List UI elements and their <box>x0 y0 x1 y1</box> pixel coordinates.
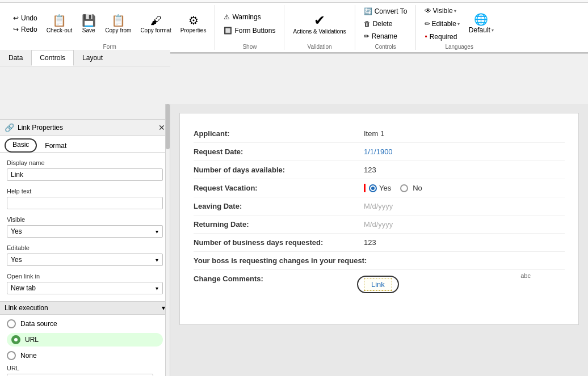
help-text-label: Help text <box>7 188 163 195</box>
link-icon: 🔗 <box>5 123 14 132</box>
left-panel: 🔗 Link Properties ✕ Basic Format Display… <box>0 104 170 376</box>
radio-data-source[interactable]: Data source <box>7 319 163 328</box>
warnings-button[interactable]: ⚠ Warnings <box>220 11 279 23</box>
visible-dropdown-arrow: ▾ <box>454 9 456 14</box>
radio-url[interactable]: URL <box>7 333 163 347</box>
link-tab-format[interactable]: Format <box>37 138 74 152</box>
show-group-label: Show <box>242 44 257 50</box>
visible-button[interactable]: 👁 Visible ▾ <box>421 5 463 16</box>
returning-date-value: M/d/yyyy <box>364 220 565 229</box>
applicant-label: Applicant: <box>194 129 364 138</box>
copyformat-icon: 🖌 <box>150 15 162 26</box>
validation-group-label: Validation <box>307 44 331 50</box>
editable-select[interactable]: Yes No <box>7 254 163 266</box>
link-tab-basic[interactable]: Basic <box>5 138 37 153</box>
default-label: Default ▾ <box>469 26 494 34</box>
visible-group: Visible Yes No <box>7 216 163 238</box>
editable-icon: ✏ <box>425 20 430 28</box>
returning-date-label: Returning Date: <box>194 220 364 229</box>
tab-controls[interactable]: Controls <box>31 50 74 66</box>
right-panel: Applicant: Item 1 Request Date: 1/1/1900… <box>170 104 588 376</box>
yes-label: Yes <box>379 184 391 192</box>
ribbon-group-form: ↩ Undo ↪ Redo 📋 Check-out 💾 Save <box>5 5 215 50</box>
ribbon-group-controls: 🔄 Convert To 🗑 Delete ✏ Rename Controls <box>355 5 417 50</box>
radio-circle-data-source <box>7 319 16 328</box>
actionsvalidations-icon: ✔ <box>314 14 325 27</box>
formbuttons-button[interactable]: 🔲 Form Buttons <box>220 25 279 36</box>
ribbon: ↩ Undo ↪ Redo 📋 Check-out 💾 Save <box>0 0 588 54</box>
editable-field-label: Editable <box>7 244 163 251</box>
redo-label: Redo <box>21 26 37 33</box>
save-label: Save <box>82 27 95 33</box>
no-radio[interactable]: No <box>400 184 422 192</box>
close-button[interactable]: ✕ <box>158 123 165 132</box>
open-link-select[interactable]: New tab Same window <box>7 282 163 294</box>
visible-select[interactable]: Yes No <box>7 225 163 238</box>
request-vacation-value: Yes No <box>364 184 565 192</box>
request-date-value: 1/1/1900 <box>364 147 565 156</box>
copyformat-button[interactable]: 🖌 Copy format <box>136 13 175 35</box>
checkout-button[interactable]: 📋 Check-out <box>43 13 77 35</box>
form-row-returning-date: Returning Date: M/d/yyyy <box>194 216 565 234</box>
scrollbar-thumb <box>166 104 170 149</box>
formbuttons-label: Form Buttons <box>234 27 275 35</box>
properties-button[interactable]: ⚙ Properties <box>177 13 211 35</box>
link-value[interactable]: Link <box>364 278 392 291</box>
left-panel-scrollbar[interactable] <box>165 104 170 376</box>
ribbon-content: ↩ Undo ↪ Redo 📋 Check-out 💾 Save <box>0 3 588 53</box>
display-name-input[interactable] <box>7 168 163 181</box>
business-days-label: Number of business days requested: <box>194 238 364 247</box>
actionsvalidations-button[interactable]: ✔ Actions & Validations <box>289 12 350 36</box>
editable-button[interactable]: ✏ Editable ▾ <box>421 18 463 29</box>
checkout-label: Check-out <box>47 27 73 33</box>
required-button[interactable]: • Required <box>421 31 463 43</box>
validation-group-items: ✔ Actions & Validations <box>289 5 350 43</box>
form-group-label: Form <box>103 44 116 50</box>
applicant-value: Item 1 <box>364 129 565 138</box>
link-props-title-text: Link Properties <box>18 124 63 132</box>
copyformat-label: Copy format <box>140 27 171 33</box>
open-link-group: Open link in New tab Same window <box>7 273 163 294</box>
url-row: ↩ <box>7 374 163 376</box>
delete-button[interactable]: 🗑 Delete <box>360 18 411 29</box>
radio-circle-url <box>11 335 20 344</box>
rename-button[interactable]: ✏ Rename <box>360 31 411 42</box>
copyfrom-button[interactable]: 📋 Copy from <box>101 13 135 35</box>
help-text-input[interactable] <box>7 197 163 209</box>
delete-icon: 🗑 <box>364 20 371 28</box>
required-label: Required <box>430 33 457 41</box>
radio-inline: Yes No <box>369 184 422 192</box>
link-execution-section[interactable]: Link execution ▾ <box>0 301 170 315</box>
form-row-request-date: Request Date: 1/1/1900 <box>194 143 565 161</box>
controls-group-items: 🔄 Convert To 🗑 Delete ✏ Rename <box>360 5 411 43</box>
languages-group-items: 👁 Visible ▾ ✏ Editable ▾ • Required <box>421 5 497 43</box>
redo-button[interactable]: ↪ Redo <box>9 24 41 35</box>
delete-label: Delete <box>373 20 393 28</box>
link-wrapper: Link <box>364 280 392 289</box>
convertto-button[interactable]: 🔄 Convert To <box>360 6 411 17</box>
default-button[interactable]: 🌐 Default ▾ <box>465 12 498 36</box>
form-card: Applicant: Item 1 Request Date: 1/1/1900… <box>179 113 579 325</box>
tab-data[interactable]: Data <box>0 50 31 66</box>
visible-field-label: Visible <box>7 216 163 223</box>
url-section: URL ↩ <box>7 365 163 376</box>
tab-layout[interactable]: Layout <box>74 50 111 66</box>
yes-radio[interactable]: Yes <box>369 184 391 192</box>
form-group-items: ↩ Undo ↪ Redo 📋 Check-out 💾 Save <box>9 5 210 43</box>
link-cell-container: abc Link <box>364 274 565 309</box>
save-button[interactable]: 💾 Save <box>77 13 100 35</box>
actionsvalidations-label: Actions & Validations <box>293 28 346 35</box>
show-group-items: ⚠ Warnings 🔲 Form Buttons <box>220 5 279 43</box>
no-label: No <box>413 184 422 192</box>
url-input[interactable] <box>7 374 153 376</box>
undo-icon: ↩ <box>13 14 19 22</box>
radio-none[interactable]: None <box>7 351 163 360</box>
panel-tabs-row: Data Controls Layout <box>0 50 170 66</box>
copyfrom-label: Copy from <box>105 27 131 33</box>
properties-label: Properties <box>180 27 207 33</box>
undo-button[interactable]: ↩ Undo <box>9 13 41 23</box>
open-link-label: Open link in <box>7 273 163 280</box>
radio-circle-none <box>7 351 16 360</box>
help-text-group: Help text <box>7 188 163 209</box>
leaving-date-label: Leaving Date: <box>194 202 364 210</box>
